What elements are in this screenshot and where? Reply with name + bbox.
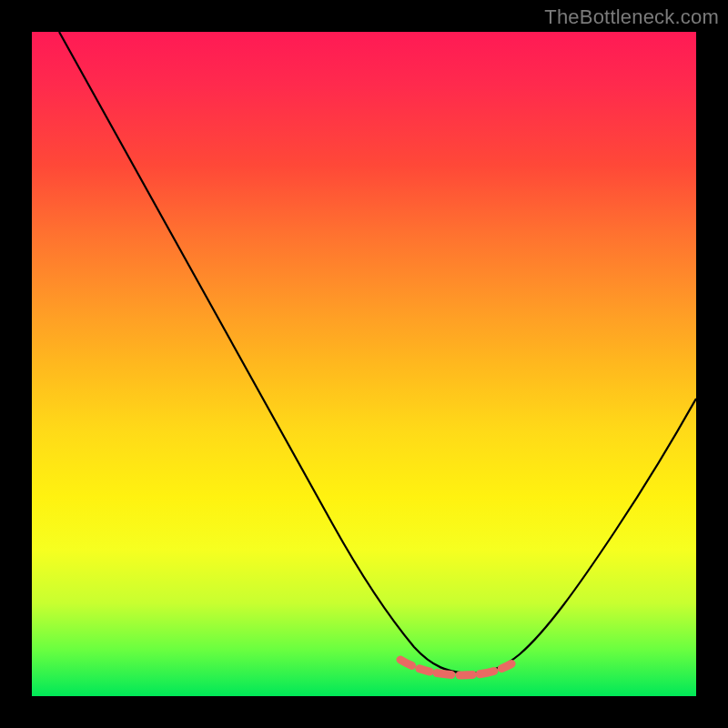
watermark-text: TheBottleneck.com (544, 5, 719, 29)
chart-svg (32, 32, 696, 696)
flat-highlight (400, 654, 525, 675)
chart-plot-area (32, 32, 696, 696)
bottleneck-curve (59, 32, 696, 673)
chart-frame: TheBottleneck.com (0, 0, 728, 728)
